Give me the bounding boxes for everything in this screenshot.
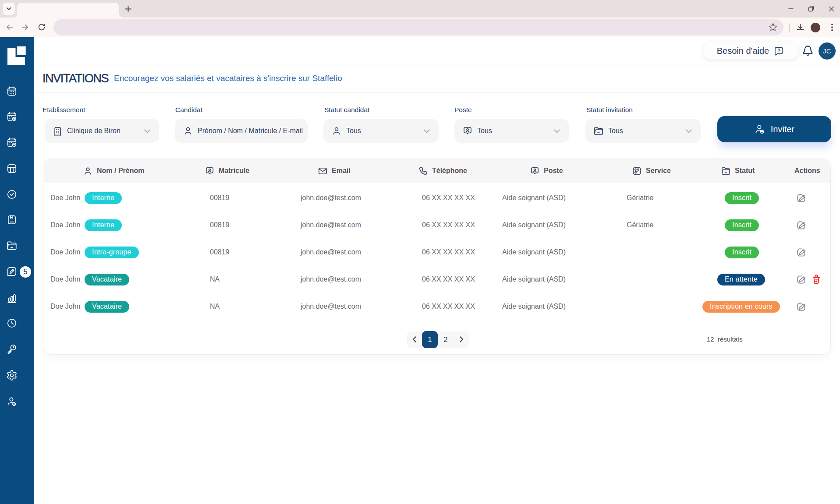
svg-text:?: ? [777,48,780,53]
